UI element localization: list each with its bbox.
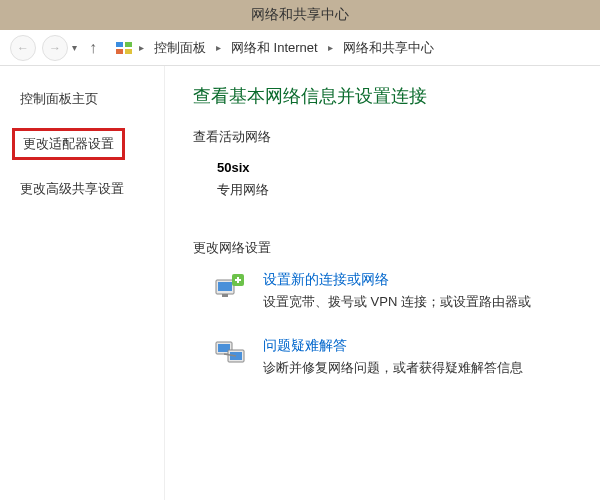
svg-rect-2 [116, 49, 123, 54]
sidebar-adapter-link[interactable]: 更改适配器设置 [12, 128, 125, 160]
breadcrumb-separator-icon: ▸ [326, 42, 335, 53]
up-arrow-icon: ↑ [89, 39, 97, 56]
svg-rect-5 [218, 282, 232, 291]
control-panel-icon [115, 39, 133, 57]
breadcrumb-item[interactable]: 网络和 Internet [227, 37, 322, 59]
history-dropdown-icon[interactable]: ▾ [72, 42, 77, 53]
back-button[interactable]: ← [10, 35, 36, 61]
network-name: 50six [217, 160, 600, 175]
active-networks-label: 查看活动网络 [193, 128, 600, 146]
sidebar: 控制面板主页 更改适配器设置 更改高级共享设置 [0, 66, 165, 500]
sidebar-home-link[interactable]: 控制面板主页 [20, 90, 152, 108]
breadcrumb-separator-icon: ▸ [214, 42, 223, 53]
troubleshoot-icon [213, 337, 249, 369]
nav-toolbar: ← → ▾ ↑ ▸ 控制面板 ▸ 网络和 Internet ▸ 网络和共享中心 [0, 30, 600, 66]
setting-item: 问题疑难解答 诊断并修复网络问题，或者获得疑难解答信息 [193, 337, 600, 377]
breadcrumb-item[interactable]: 控制面板 [150, 37, 210, 59]
setting-text: 问题疑难解答 诊断并修复网络问题，或者获得疑难解答信息 [263, 337, 523, 377]
breadcrumb: ▸ 控制面板 ▸ 网络和 Internet ▸ 网络和共享中心 [115, 37, 438, 59]
back-arrow-icon: ← [17, 41, 29, 55]
setting-item: 设置新的连接或网络 设置宽带、拨号或 VPN 连接；或设置路由器或 [193, 271, 600, 311]
svg-rect-3 [125, 49, 132, 54]
content-area: 控制面板主页 更改适配器设置 更改高级共享设置 查看基本网络信息并设置连接 查看… [0, 66, 600, 500]
svg-rect-6 [222, 294, 228, 297]
main-panel: 查看基本网络信息并设置连接 查看活动网络 50six 专用网络 更改网络设置 设… [165, 66, 600, 500]
troubleshoot-desc: 诊断并修复网络问题，或者获得疑难解答信息 [263, 360, 523, 375]
page-title: 查看基本网络信息并设置连接 [193, 84, 600, 108]
breadcrumb-separator-icon: ▸ [137, 42, 146, 53]
new-connection-icon [213, 271, 249, 303]
up-button[interactable]: ↑ [83, 39, 103, 57]
troubleshoot-link[interactable]: 问题疑难解答 [263, 337, 523, 355]
breadcrumb-item[interactable]: 网络和共享中心 [339, 37, 438, 59]
change-settings-label: 更改网络设置 [193, 239, 600, 257]
svg-rect-0 [116, 42, 123, 47]
new-connection-desc: 设置宽带、拨号或 VPN 连接；或设置路由器或 [263, 294, 531, 309]
new-connection-link[interactable]: 设置新的连接或网络 [263, 271, 531, 289]
svg-rect-1 [125, 42, 132, 47]
forward-arrow-icon: → [49, 41, 61, 55]
sidebar-advanced-link[interactable]: 更改高级共享设置 [20, 180, 152, 198]
forward-button[interactable]: → [42, 35, 68, 61]
window-title: 网络和共享中心 [251, 6, 349, 24]
window-titlebar: 网络和共享中心 [0, 0, 600, 30]
settings-list: 设置新的连接或网络 设置宽带、拨号或 VPN 连接；或设置路由器或 问题疑难解答 [193, 271, 600, 377]
setting-text: 设置新的连接或网络 设置宽带、拨号或 VPN 连接；或设置路由器或 [263, 271, 531, 311]
network-type: 专用网络 [217, 181, 600, 199]
